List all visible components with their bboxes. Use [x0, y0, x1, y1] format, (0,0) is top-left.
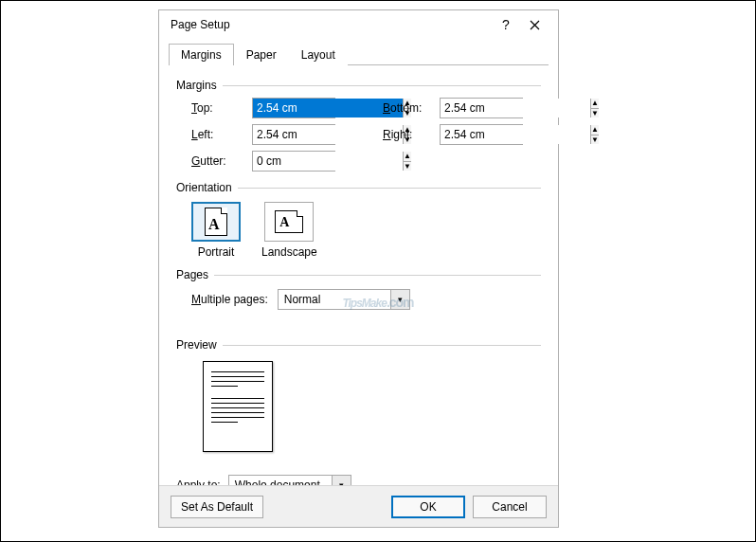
multiple-pages-value: Normal	[279, 293, 390, 306]
orientation-portrait[interactable]: A Portrait	[191, 202, 241, 259]
orientation-group: A Portrait A Landscape	[191, 202, 541, 259]
portrait-label: Portrait	[198, 245, 235, 259]
set-as-default-button[interactable]: Set As Default	[171, 496, 263, 518]
left-input[interactable]	[253, 125, 403, 144]
close-button[interactable]	[520, 10, 549, 39]
page-setup-dialog: Page Setup ? Margins Paper Layout Margin…	[158, 9, 559, 528]
multiple-pages-label: Multiple pages:	[191, 293, 268, 306]
left-label: Left:	[191, 128, 252, 141]
bottom-input[interactable]	[441, 99, 590, 117]
bottom-spinner[interactable]: ▲▼	[440, 98, 523, 118]
tab-paper[interactable]: Paper	[234, 44, 289, 65]
section-orientation-label: Orientation	[176, 181, 541, 194]
portrait-box[interactable]: A	[191, 202, 241, 242]
section-pages-label: Pages	[176, 268, 541, 281]
portrait-page-icon: A	[205, 208, 227, 236]
chevron-up-icon[interactable]: ▲	[404, 152, 411, 162]
chevron-up-icon[interactable]: ▲	[591, 99, 599, 109]
gutter-spin-buttons[interactable]: ▲▼	[403, 152, 411, 171]
section-preview-label: Preview	[176, 338, 541, 352]
cancel-button[interactable]: Cancel	[473, 496, 547, 518]
orientation-landscape[interactable]: A Landscape	[261, 202, 317, 259]
right-spin-buttons[interactable]: ▲▼	[590, 125, 599, 144]
dialog-title: Page Setup	[171, 18, 492, 31]
gutter-spinner[interactable]: ▲▼	[252, 151, 335, 172]
section-margins-label: Margins	[176, 79, 541, 92]
chevron-down-icon[interactable]: ▾	[390, 290, 409, 309]
chevron-down-icon[interactable]: ▼	[404, 162, 411, 172]
tab-margins[interactable]: Margins	[169, 44, 234, 65]
landscape-page-icon: A	[275, 210, 303, 233]
dialog-footer: Set As Default OK Cancel	[159, 485, 558, 527]
tab-bar: Margins Paper Layout	[169, 43, 549, 65]
preview-thumbnail	[203, 361, 273, 452]
help-button[interactable]: ?	[492, 10, 520, 39]
gutter-input[interactable]	[253, 152, 403, 171]
titlebar: Page Setup ?	[159, 10, 558, 39]
pages-row: Multiple pages: Normal ▾	[191, 289, 541, 310]
left-spinner[interactable]: ▲▼	[252, 124, 335, 145]
chevron-down-icon[interactable]: ▼	[591, 109, 599, 118]
top-input[interactable]	[253, 99, 403, 117]
tab-layout[interactable]: Layout	[289, 44, 348, 65]
landscape-label: Landscape	[261, 245, 317, 259]
landscape-box[interactable]: A	[264, 202, 314, 242]
ok-button[interactable]: OK	[391, 496, 465, 518]
bottom-label: Bottom:	[383, 101, 440, 115]
close-icon	[530, 20, 540, 30]
bottom-spin-buttons[interactable]: ▲▼	[590, 99, 599, 117]
right-label: Right:	[383, 128, 440, 141]
gutter-label: Gutter:	[191, 154, 252, 168]
chevron-up-icon[interactable]: ▲	[591, 125, 599, 136]
right-spinner[interactable]: ▲▼	[440, 124, 523, 145]
top-spinner[interactable]: ▲▼	[252, 98, 335, 118]
right-input[interactable]	[441, 125, 590, 144]
top-label: Top:	[191, 101, 252, 115]
chevron-down-icon[interactable]: ▼	[591, 136, 599, 145]
dialog-body: Margins Top: ▲▼ Bottom: ▲▼ Left: ▲▼ Righ…	[159, 65, 558, 496]
margins-grid: Top: ▲▼ Bottom: ▲▼ Left: ▲▼ Right: ▲▼	[191, 98, 541, 172]
multiple-pages-combo[interactable]: Normal ▾	[278, 289, 410, 310]
